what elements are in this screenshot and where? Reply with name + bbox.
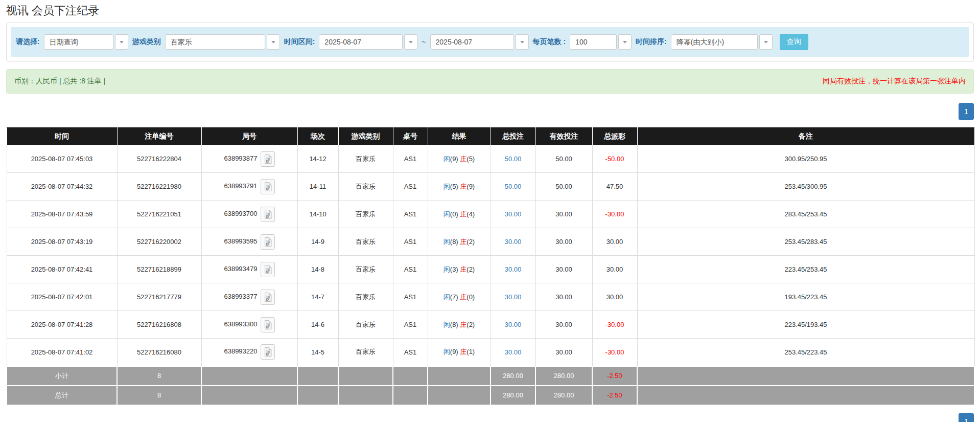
round-id-cell: 638993791 <box>201 173 297 201</box>
date-to-value[interactable]: 2025-08-07 <box>430 34 514 50</box>
total-bet-link[interactable]: 30.00 <box>505 238 522 246</box>
film-document-icon <box>264 265 272 274</box>
session-no: 14-12 <box>297 145 338 173</box>
result-cell: 闲(0) 庄(4) <box>428 201 491 228</box>
bet-id: 522716218899 <box>117 256 201 283</box>
query-type-value[interactable]: 日期查询 <box>44 34 113 50</box>
valid-bet: 50.00 <box>535 173 592 201</box>
total-count: 8 <box>117 386 201 405</box>
chevron-down-icon[interactable] <box>404 34 417 50</box>
valid-bet: 30.00 <box>535 339 592 366</box>
empty-cell <box>338 366 393 386</box>
banker-score: (2) <box>466 265 475 273</box>
page-size-value[interactable]: 100 <box>570 34 617 50</box>
player-score: (9) <box>450 155 458 163</box>
bet-time: 2025-08-07 07:43:19 <box>7 228 117 256</box>
session-no: 14-6 <box>297 311 338 339</box>
payout: -30.00 <box>592 311 637 339</box>
banker-label: 庄 <box>460 183 466 190</box>
banker-score: (2) <box>466 321 475 328</box>
page-1-button[interactable]: 1 <box>959 103 974 120</box>
video-replay-button[interactable] <box>261 207 275 222</box>
banker-score: (9) <box>466 183 475 190</box>
chevron-down-icon[interactable] <box>267 34 280 50</box>
film-document-icon <box>264 154 272 164</box>
table-row: 2025-08-07 07:42:01 522716217779 6389933… <box>7 283 974 311</box>
round-id: 638993377 <box>224 293 257 300</box>
table-row: 2025-08-07 07:44:32 522716221980 6389937… <box>7 173 974 201</box>
total-bet-link[interactable]: 30.00 <box>505 321 522 328</box>
subtotal-count: 8 <box>117 366 201 386</box>
sort-order-select[interactable]: 降幂(由大到小) <box>671 34 773 50</box>
total-bet-link[interactable]: 30.00 <box>505 293 522 301</box>
film-document-icon <box>264 347 272 357</box>
banker-label: 庄 <box>460 293 466 301</box>
remark: 300.95/250.95 <box>637 145 974 173</box>
remark: 283.45/253.45 <box>637 201 974 228</box>
total-bet-link[interactable]: 30.00 <box>505 265 522 273</box>
total-bet-link[interactable]: 30.00 <box>505 210 522 218</box>
film-document-icon <box>264 182 272 191</box>
caret-glyph <box>520 41 524 43</box>
video-replay-button[interactable] <box>261 234 275 250</box>
page-1-button[interactable]: 1 <box>959 413 974 422</box>
table-body: 2025-08-07 07:45:03 522716222804 6389938… <box>7 145 974 366</box>
remark: 193.45/223.45 <box>637 283 974 311</box>
caret-glyph <box>623 41 627 43</box>
table-no: AS1 <box>393 283 428 311</box>
video-replay-button[interactable] <box>261 290 275 305</box>
bet-time: 2025-08-07 07:42:41 <box>7 256 117 283</box>
empty-cell <box>637 366 974 386</box>
table-no: AS1 <box>393 228 428 256</box>
bet-time: 2025-08-07 07:45:03 <box>7 145 117 173</box>
page-size-label: 每页笔数 : <box>533 37 566 47</box>
query-type-select[interactable]: 日期查询 <box>44 34 128 50</box>
chevron-down-icon[interactable] <box>516 34 529 50</box>
total-bet-link[interactable]: 50.00 <box>505 155 522 163</box>
col-header-result: 结果 <box>428 128 491 145</box>
caret-glyph <box>271 41 275 43</box>
player-label: 闲 <box>444 293 450 301</box>
table-no: AS1 <box>393 339 428 366</box>
total-label: 总计 <box>7 386 117 405</box>
banker-label: 庄 <box>460 348 466 356</box>
pagination-top: 1 <box>6 103 974 120</box>
empty-cell <box>428 366 491 386</box>
video-replay-button[interactable] <box>261 317 275 332</box>
video-replay-button[interactable] <box>261 151 275 167</box>
bet-id: 522716221980 <box>117 173 201 201</box>
date-from-value[interactable]: 2025-08-07 <box>319 34 403 50</box>
game-type-select[interactable]: 百家乐 <box>165 34 280 50</box>
banker-score: (1) <box>466 348 475 356</box>
total-bet-cell: 30.00 <box>491 283 535 311</box>
date-from-select[interactable]: 2025-08-07 <box>319 34 417 50</box>
sort-order-value[interactable]: 降幂(由大到小) <box>671 34 758 50</box>
video-replay-button[interactable] <box>261 179 275 194</box>
payout: 47.50 <box>592 173 637 201</box>
round-id: 638993300 <box>224 320 257 328</box>
game-type-value[interactable]: 百家乐 <box>165 34 265 50</box>
bet-id: 522716216080 <box>117 339 201 366</box>
empty-cell <box>393 366 428 386</box>
subtotal-total-bet: 280.00 <box>491 366 535 386</box>
chevron-down-icon[interactable] <box>759 34 773 50</box>
page-size-select[interactable]: 100 <box>570 34 632 50</box>
table-row: 2025-08-07 07:41:02 522716216080 6389932… <box>7 339 974 366</box>
total-bet-link[interactable]: 50.00 <box>505 183 522 190</box>
valid-bet: 30.00 <box>535 201 592 228</box>
game-type: 百家乐 <box>338 201 393 228</box>
result-cell: 闲(3) 庄(2) <box>428 256 491 283</box>
date-to-select[interactable]: 2025-08-07 <box>430 34 529 50</box>
valid-bet: 30.00 <box>535 311 592 339</box>
round-id-cell: 638993479 <box>201 256 297 283</box>
chevron-down-icon[interactable] <box>115 34 128 50</box>
video-replay-button[interactable] <box>261 344 275 360</box>
video-replay-button[interactable] <box>261 262 275 277</box>
total-bet-cell: 50.00 <box>491 145 535 173</box>
empty-cell <box>393 386 428 405</box>
film-document-icon <box>264 293 272 302</box>
total-total-bet: 280.00 <box>491 386 535 405</box>
search-button[interactable]: 查询 <box>780 34 808 50</box>
chevron-down-icon[interactable] <box>618 34 632 50</box>
total-bet-link[interactable]: 30.00 <box>505 348 522 356</box>
